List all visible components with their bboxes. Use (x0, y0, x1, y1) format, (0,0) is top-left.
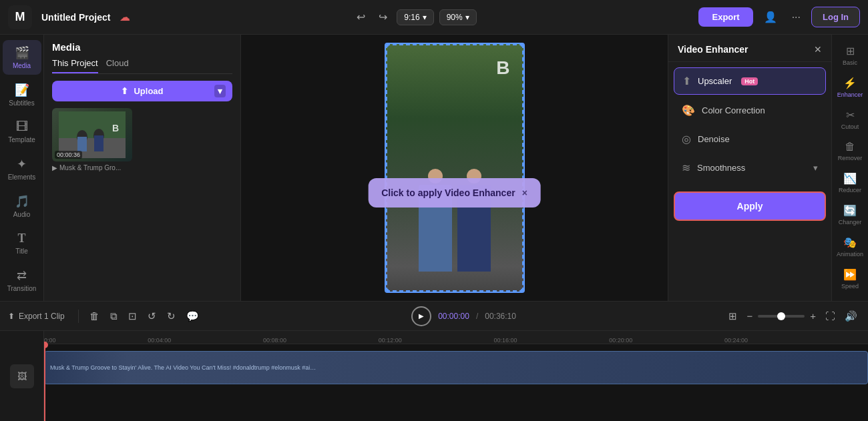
timeline-video-track: Musk & Trump Groove to Stayin' Alive. Th… (44, 344, 868, 421)
cutout-label: Cutout (841, 123, 859, 130)
speed-icon: ⏩ (843, 268, 857, 281)
basic-icon: ⊞ (846, 45, 855, 57)
video-preview[interactable]: B (385, 43, 525, 293)
sidebar-item-media[interactable]: 🎬 Media (3, 40, 41, 75)
login-button[interactable]: Log In (811, 7, 860, 27)
sidebar-label-audio: Audio (13, 211, 31, 218)
grid-view-button[interactable]: ⊞ (726, 308, 740, 325)
timeline-track-controls: 🖼 (0, 331, 44, 421)
upload-dropdown-arrow[interactable]: ▾ (214, 85, 226, 97)
list-item[interactable]: B 00:00:36 ▶ Musk & Trump Gro... (52, 108, 232, 171)
playhead[interactable] (44, 344, 45, 421)
reducer-label: Reducer (839, 187, 861, 193)
account-icon-button[interactable]: 👤 (760, 8, 781, 26)
bottom-section: ⬆ Export 1 Clip 🗑 ⧉ ⊡ ↺ ↻ 💬 ▶ 00:00:00 /… (0, 301, 868, 421)
sidebar-label-transition: Transition (7, 285, 37, 292)
upscaler-icon: ⬆ (682, 75, 691, 87)
zoom-slider[interactable] (758, 315, 805, 318)
fullscreen-button[interactable]: ⛶ (823, 308, 838, 324)
apply-button[interactable]: Apply (674, 191, 826, 221)
playback-controls: ▶ 00:00:00 / 00:36:10 (207, 306, 721, 326)
sidebar-item-title[interactable]: T Title (3, 226, 41, 260)
basic-label: Basic (843, 59, 857, 66)
enhancer-upscaler[interactable]: ⬆ Upscaler Hot (674, 67, 826, 95)
far-sidebar-reducer[interactable]: 📉 Reducer (833, 167, 867, 198)
canvas-area: B Click to apply Video Enhancer × (241, 35, 668, 301)
changer-icon: 🔄 (843, 204, 857, 217)
sidebar-item-audio[interactable]: 🎵 Audio (3, 189, 41, 224)
rotate-right-button[interactable]: ↻ (164, 308, 178, 325)
export-clip-label: Export 1 Clip (19, 312, 65, 321)
svg-rect-5 (94, 135, 103, 151)
far-sidebar-enhancer[interactable]: ⚡ Enhancer (833, 72, 867, 103)
timeline-add-track-button[interactable]: 🖼 (10, 364, 34, 388)
export-clip-button[interactable]: ⬆ Export 1 Clip (8, 312, 65, 321)
media-panel: Media This Project Cloud ⬆ Upload ▾ (44, 35, 241, 301)
media-icon: 🎬 (15, 45, 29, 60)
toolbar-right-controls: ⊞ − + ⛶ 🔊 (726, 308, 860, 325)
zoom-button[interactable]: 90% ▾ (439, 9, 477, 25)
export-button[interactable]: Export (698, 7, 752, 27)
playhead-head (44, 342, 48, 348)
denoise-label: Denoise (698, 134, 730, 144)
elements-icon: ✦ (17, 157, 27, 171)
resize-handle-bl[interactable] (385, 288, 389, 293)
speaker-button[interactable]: 🔊 (842, 308, 860, 325)
time-separator: / (476, 312, 478, 321)
far-sidebar-changer[interactable]: 🔄 Changer (833, 199, 867, 230)
time-total: 00:36:10 (485, 312, 516, 321)
duplicate-button[interactable]: ⧉ (107, 308, 120, 325)
timeline: 🖼 00:00:00 00:04:00 00:08:00 00:12:00 00… (0, 331, 868, 421)
media-duration: 00:00:36 (55, 151, 82, 159)
upload-status-icon: ☁ (120, 11, 130, 23)
zoom-out-button[interactable]: − (744, 308, 755, 324)
video-clip[interactable]: Musk & Trump Groove to Stayin' Alive. Th… (44, 351, 868, 384)
add-track-icon: 🖼 (17, 371, 27, 382)
far-sidebar-speed[interactable]: ⏩ Speed (833, 264, 867, 294)
upload-icon: ⬆ (121, 86, 128, 96)
tooltip-close-button[interactable]: × (522, 187, 527, 198)
toolbar-separator-1 (78, 310, 79, 323)
enhancer-denoise[interactable]: ◎ Denoise (674, 126, 826, 152)
timeline-ruler: 00:00:00 00:04:00 00:08:00 00:12:00 00:1… (44, 331, 868, 344)
ruler-mark-1: 00:04:00 (148, 337, 171, 344)
redo-button[interactable]: ↪ (375, 8, 391, 26)
enhancer-smoothness[interactable]: ≋ Smoothness ▾ (674, 155, 826, 181)
media-thumbnail[interactable]: B 00:00:36 (52, 108, 132, 161)
ruler-mark-5: 00:20:00 (609, 337, 632, 344)
sidebar-item-transition[interactable]: ⇄ Transition (3, 263, 41, 298)
rotate-left-button[interactable]: ↺ (145, 308, 159, 325)
subtitles-icon: 📝 (15, 83, 29, 97)
sidebar-item-subtitles[interactable]: 📝 Subtitles (3, 77, 41, 112)
caption-button[interactable]: 💬 (184, 308, 202, 325)
far-right-sidebar: ⊞ Basic ⚡ Enhancer ✂ Cutout 🗑 Remover 📉 … (831, 35, 868, 301)
undo-button[interactable]: ↩ (353, 8, 369, 26)
far-sidebar-remover[interactable]: 🗑 Remover (833, 136, 867, 166)
far-sidebar-background[interactable]: 🖼 Background (833, 296, 867, 301)
export-clip-icon: ⬆ (8, 312, 15, 321)
video-enhancer-panel: Video Enhancer ✕ ⬆ Upscaler Hot 🎨 Color … (668, 35, 831, 301)
more-options-button[interactable]: ··· (788, 9, 805, 26)
delete-button[interactable]: 🗑 (87, 308, 102, 324)
zoom-in-button[interactable]: + (807, 308, 819, 324)
media-file-icon: ▶ (52, 164, 57, 171)
tab-this-project[interactable]: This Project (52, 58, 98, 73)
crop-button[interactable]: ⊡ (126, 308, 140, 325)
time-current: 00:00:00 (438, 312, 469, 321)
sidebar-item-elements[interactable]: ✦ Elements (3, 151, 41, 186)
far-sidebar-animation[interactable]: 🎭 Animation (833, 232, 867, 262)
far-sidebar-cutout[interactable]: ✂ Cutout (833, 104, 867, 135)
far-sidebar-basic[interactable]: ⊞ Basic (833, 40, 867, 71)
ruler-mark-4: 00:16:00 (494, 337, 517, 344)
upload-button[interactable]: ⬆ Upload ▾ (52, 81, 232, 101)
sidebar-item-template[interactable]: 🎞 Template (3, 115, 41, 149)
panel-close-button[interactable]: ✕ (814, 44, 822, 55)
aspect-ratio-button[interactable]: 9:16 ▾ (397, 9, 433, 25)
enhancer-color-correction[interactable]: 🎨 Color Correction (674, 97, 826, 123)
resize-handle-br[interactable] (520, 288, 525, 293)
tab-cloud[interactable]: Cloud (106, 58, 129, 73)
sidebar-label-subtitles: Subtitles (9, 99, 34, 107)
hot-badge: Hot (741, 77, 758, 85)
play-button[interactable]: ▶ (411, 306, 431, 326)
animation-icon: 🎭 (843, 236, 857, 249)
